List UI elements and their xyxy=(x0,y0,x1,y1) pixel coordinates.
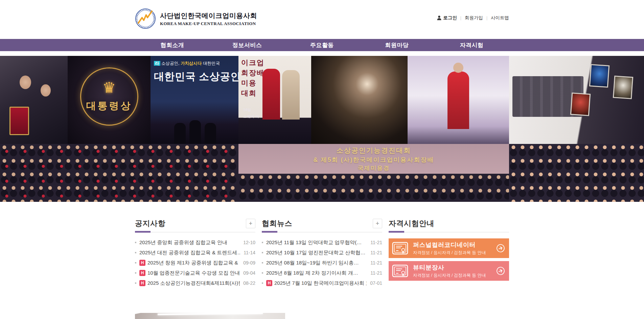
stage-headline-text: 대한민국 소상공인 xyxy=(154,70,235,84)
exam-card-personal-color-coordinator[interactable]: 퍼스널컬러코디네이터 자격정보 / 응시자격 / 검정과목 등 안내 xyxy=(389,238,509,258)
nav-item-about[interactable]: 협회소개 xyxy=(135,39,210,51)
section-underline xyxy=(262,232,382,232)
exam-guide-title: 자격시험안내 xyxy=(389,218,434,229)
news-item[interactable]: 2025년 10월 17일 영진전문대학교 산학협… 11-21 xyxy=(262,249,382,257)
artwork-frame xyxy=(613,76,633,99)
hero-photo-collage[interactable]: ♛ 대통령상 라 소상공인, 가치삽시다 대한민국 대한민국 소상공인 이크업 … xyxy=(0,56,644,202)
bullet-icon xyxy=(135,282,136,284)
hot-badge: H xyxy=(266,280,272,286)
join-link[interactable]: 회원가입 xyxy=(465,15,483,21)
notice-item[interactable]: H 2025년 창원 제1차 공중위생 집합교육 & … 09-09 xyxy=(135,259,255,267)
hero-photo-stage-screen: 라 소상공인, 가치삽시다 대한민국 대한민국 소상공인 xyxy=(151,56,238,144)
hero-photo-singer xyxy=(408,56,509,144)
bullet-icon xyxy=(135,262,136,263)
divider: | xyxy=(460,16,461,20)
logo-title-korean: 사단법인한국메이크업미용사회 xyxy=(160,11,257,20)
main-nav: 협회소개 정보서비스 주요활동 회원마당 자격시험 xyxy=(0,39,644,51)
notice-item[interactable]: 2025년 대전 공중위생 집합교육 & 트렌드세… 11-14 xyxy=(135,249,255,257)
news-item[interactable]: 2025년 08월 18일~19일 하반기 임시총… 11-21 xyxy=(262,259,382,267)
sitemap-link[interactable]: 사이트맵 xyxy=(491,15,509,21)
notice-more-button[interactable]: + xyxy=(246,219,255,228)
user-icon xyxy=(437,16,441,20)
next-section-photo-cropped xyxy=(135,313,285,319)
competition-banner: 소상공인기능경진대회 & 제5회 (사)한국메이크업미용사회장배 국제미용경 xyxy=(238,144,509,174)
nav-item-info-service[interactable]: 정보서비스 xyxy=(210,39,284,51)
bullet-icon xyxy=(262,262,263,263)
exam-card-beauty-makeup-artist[interactable]: 뷰티분장사 자격정보 / 응시자격 / 검정과목 등 안내 xyxy=(389,261,509,281)
bullet-icon xyxy=(262,252,263,253)
hot-badge: H xyxy=(139,280,145,286)
hot-badge: H xyxy=(139,260,145,266)
news-item[interactable]: 2025년 8월 18일 제 2차 정기이사회 개… 11-21 xyxy=(262,269,382,277)
utility-links: 로그인 | 회원가입 | 사이트맵 xyxy=(437,15,509,21)
laurel-ring-graphic: ♛ 대통령상 xyxy=(80,67,138,126)
hero-photo-trophy-handover: 이크업 회장배 미용 대회 14일 스퀘어 마 xyxy=(238,56,311,144)
event-banner-text: 이크업 회장배 미용 대회 xyxy=(241,58,264,98)
main-content: 공지사항 + 2025년 중앙회 공중위생 집합교육 안내 12-10 2025… xyxy=(135,218,509,287)
hero-photo-group-right xyxy=(509,144,644,202)
nav-item-members[interactable]: 회원마당 xyxy=(360,39,434,51)
nav-item-exam[interactable]: 자격시험 xyxy=(434,39,509,51)
news-section: 협회뉴스 + 2025년 11월 13일 인덕대학교 업무협약(… 11-21 … xyxy=(262,218,382,287)
bullet-icon xyxy=(135,252,136,253)
certificate-icon xyxy=(392,264,408,277)
hero-photo-makeup-session xyxy=(311,56,408,144)
notice-item[interactable]: H 10월 업종전문기술교육 수강생 모집 안내 09-04 xyxy=(135,269,255,277)
site-logo[interactable]: 사단법인한국메이크업미용사회 KOREA MAKE-UP CENTRAL ASS… xyxy=(135,8,257,29)
artwork-frame xyxy=(589,64,610,88)
section-underline xyxy=(389,232,509,232)
hero-photo-presidential-award: ♛ 대통령상 xyxy=(68,56,151,144)
login-link[interactable]: 로그인 xyxy=(437,15,457,21)
notice-section: 공지사항 + 2025년 중앙회 공중위생 집합교육 안내 12-10 2025… xyxy=(135,218,255,287)
venue-text: 14일 스퀘어 마 xyxy=(243,107,259,120)
bullet-icon xyxy=(262,282,263,284)
news-title: 협회뉴스 xyxy=(262,218,292,229)
hero-photo-group-center: 소상공인기능경진대회 & 제5회 (사)한국메이크업미용사회장배 국제미용경 xyxy=(238,144,509,202)
arrow-circle-icon xyxy=(495,265,506,276)
nav-item-activities[interactable]: 주요활동 xyxy=(284,39,359,51)
hero-photo-group-left xyxy=(0,144,238,202)
notice-title: 공지사항 xyxy=(135,218,165,229)
divider: | xyxy=(486,16,487,20)
news-item[interactable]: H 2025년 7월 10일 한국메이크업미용사회 효… 07-01 xyxy=(262,279,382,287)
bullet-icon xyxy=(135,242,136,243)
hero-photo-art-exhibition xyxy=(509,56,644,144)
site-header: 사단법인한국메이크업미용사회 KOREA MAKE-UP CENTRAL ASS… xyxy=(0,0,644,39)
logo-title-english: KOREA MAKE-UP CENTRAL ASSOCIATION xyxy=(160,21,257,26)
certificate-icon xyxy=(392,242,408,255)
stage-tagline-badge: 라 xyxy=(154,61,160,66)
artwork-frame xyxy=(570,92,591,116)
crown-icon: ♛ xyxy=(102,80,116,95)
hero-photo-award-winners xyxy=(0,56,68,144)
notice-item[interactable]: 2025년 중앙회 공중위생 집합교육 안내 12-10 xyxy=(135,238,255,247)
hot-badge: H xyxy=(139,270,145,276)
section-underline xyxy=(135,232,255,232)
news-item[interactable]: 2025년 11월 13일 인덕대학교 업무협약(… 11-21 xyxy=(262,238,382,247)
award-plaque xyxy=(9,107,29,135)
news-more-button[interactable]: + xyxy=(373,219,382,228)
arrow-circle-icon xyxy=(495,242,506,254)
bullet-icon xyxy=(135,272,136,274)
bullet-icon xyxy=(262,242,263,243)
bullet-icon xyxy=(262,272,263,274)
exam-guide-section: 자격시험안내 퍼스널컬러코디네이터 자격정보 / 응시자격 / 검정과목 등 안… xyxy=(389,218,509,287)
notice-item[interactable]: H 2025 소상공인기능경진대회&제11회(사)한국… 08-22 xyxy=(135,279,255,287)
presidential-award-text: 대통령상 xyxy=(86,99,132,113)
association-emblem-icon xyxy=(135,8,156,29)
